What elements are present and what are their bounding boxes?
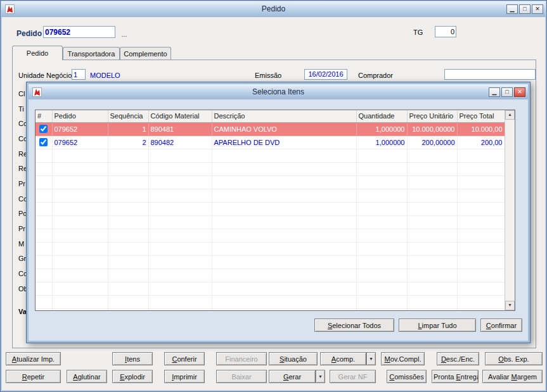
table-cell-empty (108, 189, 148, 202)
button-itens[interactable]: Itens (112, 352, 153, 365)
cell-preco-total: 10.000,00 (457, 122, 505, 136)
table-cell-empty (457, 295, 505, 308)
window-titlebar[interactable]: Pedido ▁ □ ✕ (1, 1, 546, 17)
unidade-negocio-name: MODELO (90, 72, 120, 79)
table-row-empty[interactable] (35, 202, 505, 215)
button-repetir[interactable]: Repetir (6, 370, 61, 383)
column-header[interactable]: Descrição (212, 110, 356, 122)
confirmar-button[interactable]: Confirmar (480, 319, 522, 332)
table-cell-empty (407, 269, 457, 282)
table-row-empty[interactable] (35, 269, 505, 282)
button-desc-enc[interactable]: Desc./Enc. (437, 352, 479, 365)
table-cell-empty (407, 162, 457, 175)
column-header[interactable]: Sequência (108, 110, 148, 122)
tab-complemento[interactable]: Complemento (120, 47, 171, 60)
table-cell-empty (52, 269, 108, 282)
modal-close-button[interactable]: ✕ (514, 87, 525, 97)
tab-transportadora[interactable]: Transportadora (63, 47, 120, 60)
table-row[interactable]: 079652 2 890482 APARELHO DE DVD 1,000000… (35, 136, 505, 149)
table-row-empty[interactable] (35, 282, 505, 295)
table-cell-empty (457, 255, 505, 269)
button-avaliar-margem[interactable]: Avaliar Margem (482, 370, 543, 383)
left-field-label-fragment: Ti (18, 105, 24, 113)
column-header[interactable]: Código Material (148, 110, 212, 122)
table-cell-empty (212, 295, 356, 308)
emissao-value[interactable]: 16/02/2016 (304, 69, 347, 80)
table-cell-empty (457, 242, 505, 255)
table-row-empty[interactable] (35, 308, 505, 311)
table-cell-empty (108, 295, 148, 308)
table-row-empty[interactable] (35, 242, 505, 255)
close-button[interactable]: ✕ (532, 4, 543, 14)
table-cell-empty (35, 269, 52, 282)
modal-titlebar[interactable]: Seleciona Itens ▁ □ ✕ (29, 84, 528, 99)
cell-preco-total: 200,00 (457, 136, 505, 149)
button-gerar[interactable]: Gerar (269, 370, 316, 383)
table-cell-empty (457, 229, 505, 242)
button-situacao[interactable]: Situação (269, 352, 318, 365)
gerar-dropdown-button[interactable]: ▼ (316, 370, 325, 383)
table-cell-empty (212, 255, 356, 269)
table-cell-empty (52, 242, 108, 255)
selecionar-todos-button[interactable]: Selecionar Todos (314, 319, 394, 332)
table-row-empty[interactable] (35, 162, 505, 175)
checkbox-cell (35, 122, 52, 136)
row-checkbox[interactable] (39, 125, 48, 133)
unidade-negocio-input[interactable] (72, 69, 86, 80)
table-cell-empty (212, 202, 356, 215)
button-acomp[interactable]: Acomp. (320, 352, 366, 365)
button-mov-compl[interactable]: Mov.Compl. (381, 352, 425, 365)
column-header[interactable]: Preço Unitário (407, 110, 457, 122)
scroll-up-button[interactable]: ▲ (505, 110, 515, 120)
acomp-dropdown-button[interactable]: ▼ (366, 352, 376, 365)
table-cell-empty (407, 149, 457, 162)
button-explodir[interactable]: Explodir (112, 370, 153, 383)
table-cell-empty (52, 202, 108, 215)
button-imprimir[interactable]: Imprimir (164, 370, 205, 383)
table-cell-empty (212, 215, 356, 229)
cell-quantidade: 1,000000 (356, 136, 407, 149)
table-row[interactable]: 079652 1 890481 CAMINHAO VOLVO 1,000000 … (35, 122, 505, 136)
lookup-button[interactable]: ... (119, 30, 130, 38)
tab-pedido[interactable]: Pedido (12, 46, 63, 60)
unidade-negocio-label: Unidade Negócio (18, 72, 72, 79)
comprador-input[interactable] (444, 69, 536, 80)
minimize-button[interactable]: ▁ (506, 4, 518, 14)
table-row-empty[interactable] (35, 229, 505, 242)
table-cell-empty (108, 269, 148, 282)
table-row-empty[interactable] (35, 175, 505, 189)
column-header[interactable]: Quantidade (356, 110, 407, 122)
row-checkbox[interactable] (39, 138, 48, 146)
table-cell-empty (108, 229, 148, 242)
column-header[interactable]: Pedido (52, 110, 108, 122)
modal-maximize-button[interactable]: □ (501, 87, 513, 97)
table-cell-empty (457, 162, 505, 175)
vertical-scrollbar[interactable]: ▲ ▼ (505, 110, 515, 310)
maximize-button[interactable]: □ (519, 4, 531, 14)
table-cell-empty (356, 229, 407, 242)
scroll-down-button[interactable]: ▼ (505, 301, 515, 310)
button-aglutinar[interactable]: Aglutinar (67, 370, 107, 383)
table-row-empty[interactable] (35, 189, 505, 202)
button-pronta-entrega[interactable]: Pronta Entrega (432, 370, 479, 383)
table-cell-empty (407, 242, 457, 255)
modal-minimize-button[interactable]: ▁ (489, 87, 500, 97)
table-cell-empty (356, 202, 407, 215)
table-row-empty[interactable] (35, 215, 505, 229)
table-row-empty[interactable] (35, 149, 505, 162)
table-row-empty[interactable] (35, 295, 505, 308)
button-conferir[interactable]: Conferir (164, 352, 205, 365)
pedido-input[interactable] (43, 26, 115, 38)
table-header-row: # Pedido Sequência Código Material Descr… (35, 110, 505, 122)
tg-input[interactable] (435, 26, 456, 37)
column-header[interactable]: Preço Total (457, 110, 505, 122)
button-atualizar-imp[interactable]: Atualizar Imp. (6, 352, 61, 365)
button-comissoes[interactable]: Comissões (387, 370, 427, 383)
table-cell-empty (212, 269, 356, 282)
limpar-tudo-button[interactable]: Limpar Tudo (399, 319, 476, 332)
column-header[interactable]: # (35, 110, 52, 122)
button-obs-exp[interactable]: Obs. Exp. (485, 352, 543, 365)
cell-pedido: 079652 (52, 136, 108, 149)
table-cell-empty (212, 242, 356, 255)
table-row-empty[interactable] (35, 255, 505, 269)
